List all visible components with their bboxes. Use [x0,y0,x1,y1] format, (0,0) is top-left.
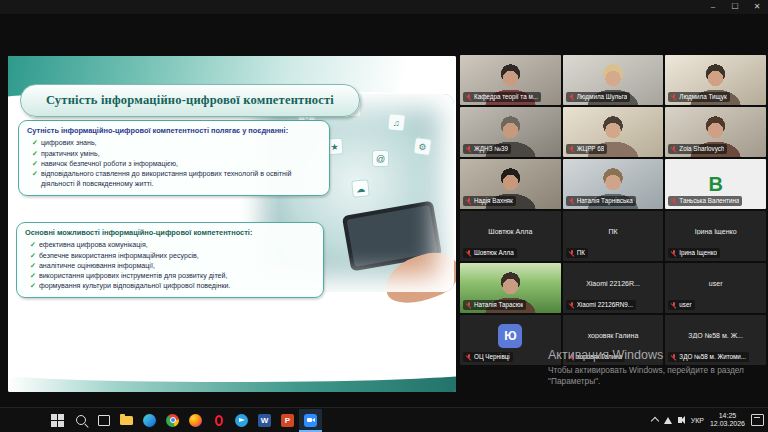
slide-list-item: ефективна цифрова комунікація, [39,240,148,250]
check-icon [30,251,36,261]
participant-tile[interactable]: Zoia Sharlovych [665,107,766,157]
edge-icon [143,414,156,427]
close-button[interactable]: ✕ [746,0,768,14]
slide-list-item: навичок безпечної роботи з інформацією, [41,159,178,169]
participant-label: ОЦ Чернівці [463,352,513,362]
participant-label: ПК [566,248,588,258]
participant-tile[interactable]: В Таньська Валентина [665,159,766,209]
letter-avatar: Ю [498,324,522,348]
slide-box2-intro: Основні можливості інформаційно-цифрової… [25,228,315,238]
slide-list-item: аналітичне оцінювання інформації, [39,261,155,271]
participant-label: Наталія Тарасюк [463,300,526,310]
telegram-icon [235,414,248,427]
participant-label: ЗДО №58 м. Житоми... [668,352,749,362]
mic-muted-icon [466,94,472,101]
shared-screen-slide: ⌂ ✉ ♫ ★ @ ⚙ ☁ Сутність інформаційно-цифр… [8,56,456,392]
participant-tile[interactable]: user user [665,263,766,313]
participant-tile[interactable]: Шовтюк Алла Шовтюк Алла [460,211,561,261]
at-icon: @ [372,150,389,167]
participant-label: Людмила Шульга [566,92,631,102]
windows-taskbar: W P УКР 14:25 12.03.2026 [0,407,768,432]
participant-tile[interactable]: Людмила Шульга [563,55,664,105]
date-label: 12.03.2026 [710,420,745,428]
slide-content-box-1: Сутність інформаційно-цифрової компетент… [18,120,330,196]
participant-tile[interactable]: ЖДНЗ №39 [460,107,561,157]
participants-grid: Кафедра теорії та м... Людмила Шульга Лю… [460,55,766,365]
music-icon: ♫ [387,113,406,132]
mic-muted-icon [569,302,575,309]
participant-name: Шовтюк Алла [462,228,559,235]
slide-list-item: практичних умінь, [41,149,100,159]
participant-tile[interactable]: Ірина Іщенко Ірина Іщенко [665,211,766,261]
participant-label: Таньська Валентина [668,196,742,206]
slide-box1-intro: Сутність інформаційно-цифрової компетент… [27,126,321,136]
participant-tile[interactable]: ЖЦРР 68 [563,107,664,157]
mic-muted-icon [569,354,575,361]
check-icon [30,281,36,291]
mic-muted-icon [569,198,575,205]
file-explorer-button[interactable] [115,409,138,432]
mic-muted-icon [569,94,575,101]
zoom-meeting-window: – ☐ ✕ ⌂ ✉ ♫ ★ @ ⚙ ☁ Сутність інформаційн… [0,0,768,432]
mic-muted-icon [466,354,472,361]
chevron-up-icon[interactable] [651,417,659,425]
maximize-button[interactable]: ☐ [724,0,746,14]
search-button[interactable] [69,409,92,432]
cloud-icon: ☁ [351,179,370,198]
mic-muted-icon [569,146,575,153]
participant-label: user [668,300,694,310]
word-icon: W [258,414,271,427]
slide-list-item: цифрових знань, [41,138,97,148]
check-icon [32,149,38,159]
firefox-button[interactable] [184,409,207,432]
word-button[interactable]: W [253,409,276,432]
network-icon[interactable] [664,417,672,424]
chrome-button[interactable] [161,409,184,432]
participant-name: Xiaomi 22126R... [565,280,662,287]
opera-icon [215,415,223,426]
participant-name: ЗДО №58 м. Ж... [667,332,764,339]
participant-tile[interactable]: ПК ПК [563,211,664,261]
participant-name: user [667,280,764,287]
volume-icon[interactable] [678,417,682,423]
participant-tile[interactable]: ЗДО №58 м. Ж... ЗДО №58 м. Житоми... [665,315,766,365]
participant-label: Наталія Тарнівська [566,196,636,206]
activation-subtitle: Чтобы активировать Windows, перейдите в … [548,365,746,387]
participant-tile[interactable]: Наталія Тарнівська [563,159,664,209]
mic-muted-icon [466,146,472,153]
powerpoint-icon: P [281,414,294,427]
check-icon [32,138,38,148]
mic-muted-icon [671,250,677,257]
participant-tile[interactable]: Кафедра теорії та м... [460,55,561,105]
participant-tile[interactable]: Xiaomi 22126R... Xiaomi 22126RN9... [563,263,664,313]
participant-name: Ірина Іщенко [667,228,764,235]
action-center-icon[interactable] [751,414,764,426]
telegram-button[interactable] [230,409,253,432]
participant-label: Ірина Іщенко [668,248,720,258]
participant-label: хоровяк Галина [566,352,626,362]
check-icon [30,271,36,281]
task-view-button[interactable] [92,409,115,432]
taskbar-clock[interactable]: 14:25 12.03.2026 [710,412,745,429]
minimize-button[interactable]: – [702,0,724,14]
participant-name: ПК [565,228,662,235]
participant-tile[interactable]: Ю ОЦ Чернівці [460,315,561,365]
mic-muted-icon [466,250,472,257]
powerpoint-button[interactable]: P [276,409,299,432]
zoom-button[interactable] [299,409,322,432]
window-titlebar: – ☐ ✕ [0,0,768,14]
folder-icon [120,416,133,425]
language-indicator[interactable]: УКР [691,417,704,424]
edge-button[interactable] [138,409,161,432]
start-button[interactable] [46,409,69,432]
check-icon [30,240,36,250]
participant-label: Кафедра теорії та м... [463,92,541,102]
participant-tile-active-speaker[interactable]: Надія Вахняк [460,159,561,209]
opera-button[interactable] [207,409,230,432]
slide-list-item: використання цифрових інструментів для р… [39,271,228,281]
participant-tile[interactable]: Наталія Тарасюк [460,263,561,313]
participant-tile[interactable]: хоровяк Галина хоровяк Галина [563,315,664,365]
mic-muted-icon [671,302,677,309]
taskbar-app-icons: W P [46,409,322,432]
participant-tile[interactable]: Людмила Тищук [665,55,766,105]
